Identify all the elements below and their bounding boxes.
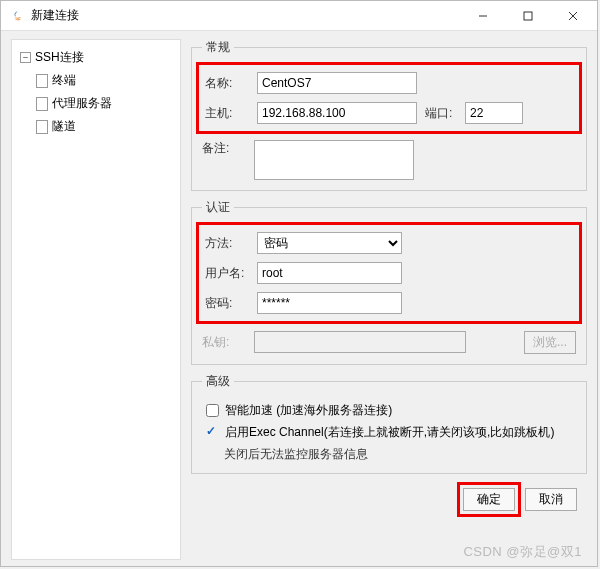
titlebar: 新建连接: [1, 1, 597, 31]
legend-general: 常规: [202, 39, 234, 56]
fieldset-advanced: 高级 智能加速 (加速海外服务器连接) ✓ 启用Exec Channel(若连接…: [191, 373, 587, 474]
tree-item-proxy[interactable]: 代理服务器: [16, 92, 176, 115]
label-host: 主机:: [205, 105, 257, 122]
tree-label: 终端: [52, 72, 76, 89]
label-name: 名称:: [205, 75, 257, 92]
main-panel: 常规 名称: 主机: 端口: 备注:: [189, 39, 597, 560]
sidebar-tree: − SSH连接 终端 代理服务器 隧道: [11, 39, 181, 560]
cancel-button[interactable]: 取消: [525, 488, 577, 511]
tree-item-tunnel[interactable]: 隧道: [16, 115, 176, 138]
document-icon: [36, 74, 48, 88]
browse-button: 浏览...: [524, 331, 576, 354]
tree-item-terminal[interactable]: 终端: [16, 69, 176, 92]
label-pass: 密码:: [205, 295, 257, 312]
key-input: [254, 331, 466, 353]
footer-buttons: 确定 取消: [191, 482, 587, 517]
content-area: − SSH连接 终端 代理服务器 隧道 常规 名称:: [1, 31, 597, 566]
checkbox-accel-row[interactable]: 智能加速 (加速海外服务器连接): [202, 402, 576, 418]
checkbox-exec-row[interactable]: ✓ 启用Exec Channel(若连接上就被断开,请关闭该项,比如跳板机): [202, 424, 576, 440]
close-button[interactable]: [550, 2, 595, 30]
window-title: 新建连接: [31, 7, 460, 24]
accel-label: 智能加速 (加速海外服务器连接): [225, 402, 392, 418]
port-input[interactable]: [465, 102, 523, 124]
window-controls: [460, 2, 595, 30]
legend-advanced: 高级: [202, 373, 234, 390]
checkmark-icon: ✓: [206, 424, 219, 438]
dialog-window: 新建连接 − SSH连接 终端 代理服务器 隧道: [0, 0, 598, 567]
fieldset-auth: 认证 方法: 密码 用户名: 密码:: [191, 199, 587, 365]
ok-button[interactable]: 确定: [463, 488, 515, 511]
svg-rect-1: [524, 12, 532, 20]
label-method: 方法:: [205, 235, 257, 252]
java-icon: [9, 8, 25, 24]
highlight-host-block: 名称: 主机: 端口:: [196, 62, 582, 134]
tree-label: SSH连接: [35, 49, 84, 66]
label-key: 私钥:: [202, 334, 254, 351]
label-remark: 备注:: [202, 140, 254, 157]
fieldset-general: 常规 名称: 主机: 端口: 备注:: [191, 39, 587, 191]
label-port: 端口:: [425, 105, 465, 122]
name-input[interactable]: [257, 72, 417, 94]
remark-input[interactable]: [254, 140, 414, 180]
exec-label: 启用Exec Channel(若连接上就被断开,请关闭该项,比如跳板机): [225, 424, 554, 440]
label-user: 用户名:: [205, 265, 257, 282]
collapse-icon[interactable]: −: [20, 52, 31, 63]
maximize-button[interactable]: [505, 2, 550, 30]
accel-checkbox[interactable]: [206, 404, 219, 417]
exec-subtext: 关闭后无法监控服务器信息: [202, 446, 576, 463]
tree-root-ssh[interactable]: − SSH连接: [16, 46, 176, 69]
legend-auth: 认证: [202, 199, 234, 216]
method-select[interactable]: 密码: [257, 232, 402, 254]
document-icon: [36, 120, 48, 134]
highlight-ok: 确定: [457, 482, 521, 517]
user-input[interactable]: [257, 262, 402, 284]
tree-label: 隧道: [52, 118, 76, 135]
minimize-button[interactable]: [460, 2, 505, 30]
document-icon: [36, 97, 48, 111]
highlight-auth-block: 方法: 密码 用户名: 密码:: [196, 222, 582, 324]
tree-label: 代理服务器: [52, 95, 112, 112]
host-input[interactable]: [257, 102, 417, 124]
password-input[interactable]: [257, 292, 402, 314]
